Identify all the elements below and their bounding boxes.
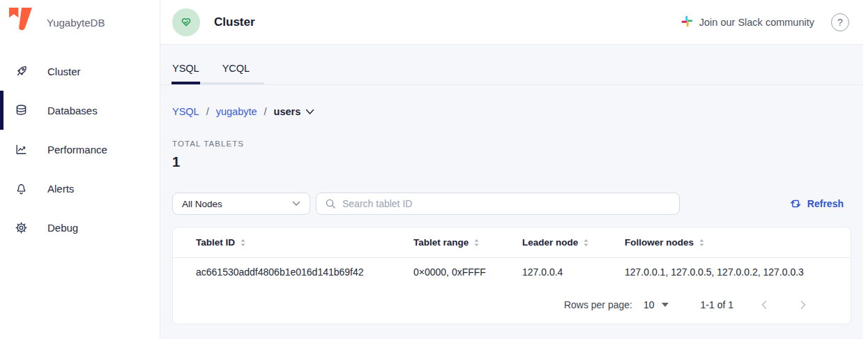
breadcrumb-separator: / [264, 106, 267, 117]
sidebar-item-cluster[interactable]: Cluster [0, 52, 160, 91]
sort-icon [699, 239, 705, 247]
sidebar-item-databases[interactable]: Databases [0, 91, 160, 130]
sort-icon [473, 239, 480, 247]
refresh-button[interactable]: Refresh [789, 197, 844, 210]
sidebar-item-alerts[interactable]: Alerts [0, 169, 160, 208]
heart-check-icon [179, 15, 193, 29]
sidebar: YugabyteDB Cluster [0, 0, 160, 339]
database-icon [15, 104, 28, 117]
caret-down-icon [662, 303, 669, 307]
column-label: Tablet range [413, 237, 469, 248]
tablets-table-card: Tablet ID Tablet range Leader node Follo… [172, 227, 851, 324]
page-header: Cluster Join our Slack community ? [160, 0, 863, 45]
tab-bar: YSQL YCQL [160, 45, 863, 85]
refresh-icon [789, 197, 802, 210]
content-area: YSQL / yugabyte / users TOTAL TABLETS 1 … [160, 85, 863, 339]
breadcrumb-link-ysql[interactable]: YSQL [172, 106, 199, 117]
breadcrumb-separator: / [206, 106, 209, 117]
total-tablets-stat: TOTAL TABLETS 1 [172, 140, 851, 170]
sort-icon [583, 239, 589, 247]
breadcrumb-current-table-selector[interactable]: users [274, 106, 315, 117]
cell-follower-nodes: 127.0.0.1, 127.0.0.5, 127.0.0.2, 127.0.0… [625, 266, 839, 278]
slack-community-link[interactable]: Join our Slack community [681, 15, 814, 29]
column-label: Leader node [522, 237, 578, 248]
pagination-range: 1-1 of 1 [701, 299, 733, 310]
sidebar-item-label: Databases [47, 105, 98, 116]
column-header-tablet-range[interactable]: Tablet range [413, 237, 522, 248]
rows-per-page-value: 10 [644, 299, 655, 310]
chevron-right-icon [800, 300, 807, 310]
table-row[interactable]: ac661530addf4806b1e016d141b69f42 0×0000,… [173, 258, 851, 286]
previous-page-button[interactable] [756, 296, 772, 313]
column-label: Tablet ID [196, 237, 235, 248]
rows-per-page-label: Rows per page: [564, 299, 632, 310]
app-window: YugabyteDB Cluster [0, 0, 868, 339]
pagination: Rows per page: 10 1-1 of 1 [173, 286, 851, 324]
sidebar-item-label: Alerts [47, 183, 74, 195]
table-header-row: Tablet ID Tablet range Leader node Follo… [173, 227, 851, 258]
brand: YugabyteDB [0, 0, 160, 39]
breadcrumb-current-label: users [274, 106, 301, 117]
breadcrumb-link-yugabyte[interactable]: yugabyte [216, 106, 257, 117]
sort-icon [240, 239, 246, 247]
tab-ysql[interactable]: YSQL [172, 63, 199, 84]
sidebar-item-label: Debug [47, 222, 78, 234]
main-area: Cluster Join our Slack community ? [160, 0, 863, 339]
slack-icon [681, 15, 693, 29]
rocket-icon [15, 65, 28, 78]
slack-link-label: Join our Slack community [699, 17, 814, 28]
cell-leader-node: 127.0.0.4 [522, 266, 625, 278]
search-icon [325, 198, 336, 209]
chevron-down-icon [292, 201, 300, 206]
column-header-follower-nodes[interactable]: Follower nodes [625, 237, 839, 248]
cell-tablet-id: ac661530addf4806b1e016d141b69f42 [196, 266, 413, 278]
sidebar-item-label: Cluster [47, 66, 81, 77]
chevron-down-icon [305, 109, 314, 115]
breadcrumb: YSQL / yugabyte / users [172, 106, 851, 117]
cluster-status-badge [172, 8, 200, 36]
node-filter-value: All Nodes [182, 199, 222, 209]
scrollbar-track[interactable] [863, 0, 868, 339]
sidebar-item-label: Performance [47, 144, 107, 156]
tab-ycql[interactable]: YCQL [222, 63, 250, 84]
help-button[interactable]: ? [831, 13, 849, 31]
node-filter-select[interactable]: All Nodes [172, 193, 310, 215]
brand-name: YugabyteDB [47, 17, 105, 29]
next-page-button[interactable] [795, 296, 812, 313]
rows-per-page-select[interactable]: 10 [644, 299, 669, 310]
gear-icon [15, 221, 28, 234]
column-header-leader-node[interactable]: Leader node [522, 237, 625, 248]
bell-icon [15, 182, 28, 195]
chevron-left-icon [761, 300, 768, 310]
filter-row: All Nodes [172, 193, 851, 215]
line-chart-icon [15, 143, 28, 156]
yugabyte-logo-icon [8, 8, 33, 38]
refresh-label: Refresh [807, 198, 844, 209]
sidebar-item-debug[interactable]: Debug [0, 208, 160, 247]
sidebar-item-performance[interactable]: Performance [0, 130, 160, 169]
search-input[interactable] [342, 198, 671, 209]
column-header-tablet-id[interactable]: Tablet ID [196, 237, 413, 248]
sidebar-nav: Cluster Databases [0, 52, 160, 247]
page-title: Cluster [214, 15, 255, 29]
question-mark-icon: ? [837, 17, 843, 28]
stat-value: 1 [172, 154, 851, 170]
tablet-search-box [316, 193, 680, 215]
stat-label: TOTAL TABLETS [172, 140, 851, 148]
cell-tablet-range: 0×0000, 0xFFFF [413, 266, 522, 278]
column-label: Follower nodes [625, 237, 694, 248]
